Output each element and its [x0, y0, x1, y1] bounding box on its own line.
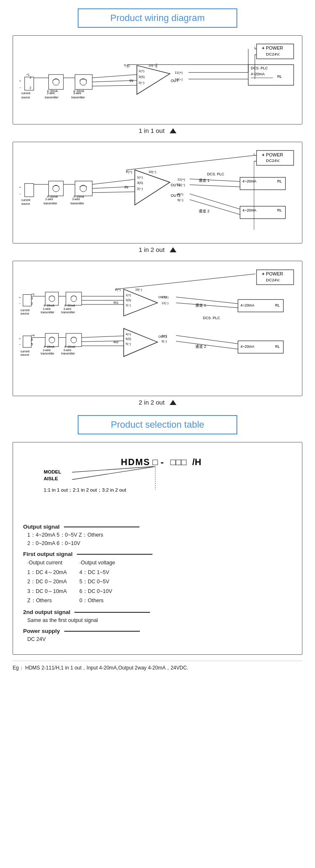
svg-text:4~20mA: 4~20mA [64, 304, 75, 307]
svg-text:+: + [19, 186, 21, 189]
svg-text:5(−): 5(−) [126, 342, 131, 346]
svg-text:−: − [19, 193, 21, 196]
svg-text:current: current [21, 92, 30, 95]
svg-line-145 [116, 274, 255, 289]
svg-text:3(S): 3(S) [126, 299, 131, 302]
diagram-2in2out: + POWER DC24V. DCS. PLC 通道 1 4~20mA RL 通… [13, 261, 302, 396]
svg-text:4~20mA: 4~20mA [251, 72, 265, 76]
svg-text:+: + [19, 338, 21, 341]
svg-rect-30 [25, 77, 34, 90]
svg-text:10(−): 10(−) [148, 170, 156, 174]
svg-line-84 [190, 200, 240, 214]
svg-text:1(+): 1(+) [137, 175, 143, 179]
svg-text:3: 3 [29, 76, 31, 79]
svg-point-183 [71, 337, 77, 343]
arrow-up-icon-3 [170, 400, 176, 405]
svg-text:-: - [160, 458, 163, 468]
svg-line-80 [190, 185, 240, 187]
svg-text:3(S): 3(S) [137, 181, 143, 185]
svg-text:POWER: POWER [266, 45, 283, 50]
svg-line-139 [176, 303, 238, 308]
svg-text:source: source [21, 202, 30, 205]
label-2in2out: 2 in 2 out [13, 399, 302, 406]
svg-text:transmitter: transmitter [41, 311, 55, 314]
svg-rect-89 [25, 183, 34, 196]
svg-rect-177 [45, 333, 58, 347]
svg-text:4~20mA: 4~20mA [240, 344, 254, 349]
svg-text:4~20mA: 4~20mA [74, 195, 84, 198]
svg-text:5: 5 [31, 343, 33, 346]
svg-point-160 [71, 296, 77, 302]
svg-line-86 [126, 156, 254, 170]
svg-text:DCS. PLC: DCS. PLC [207, 172, 224, 176]
svg-text:2-wire: 2-wire [43, 307, 51, 310]
svg-text:RL: RL [277, 208, 282, 212]
first-output-title: First output signal [23, 551, 292, 557]
svg-text:−: − [19, 86, 21, 89]
svg-text:12(−): 12(−) [175, 77, 183, 81]
svg-text:+1: +1 [26, 73, 30, 76]
svg-text:2: 2 [31, 302, 33, 305]
svg-text:2(−): 2(−) [126, 304, 131, 307]
first-output-left: ·Output current 1：DC 4～20mA 2：DC 0～20mA … [27, 558, 67, 606]
wiring-svg-1in2out: + POWER DC24V. DCS. PLC 通道 1 4~20mA RL 通… [17, 146, 298, 239]
second-output-section: 2nd output signal Same as the first outp… [23, 609, 292, 625]
svg-text:+: + [262, 271, 265, 276]
svg-line-83 [190, 194, 240, 209]
svg-text:+: + [19, 79, 21, 82]
svg-line-187 [81, 336, 123, 338]
svg-text:9(−): 9(−) [177, 198, 184, 202]
svg-text:7(+): 7(+) [123, 64, 130, 67]
svg-text:4~20mA: 4~20mA [44, 304, 55, 307]
svg-text:11(+): 11(+) [177, 177, 185, 181]
svg-line-106 [92, 192, 135, 193]
svg-text:transmitter: transmitter [61, 352, 75, 355]
svg-text:transmitter: transmitter [45, 96, 59, 99]
svg-rect-169 [23, 336, 32, 348]
svg-text:+: + [19, 296, 21, 299]
svg-text:3: 3 [31, 297, 33, 300]
svg-text:IN1: IN1 [113, 301, 118, 304]
svg-rect-43 [75, 74, 92, 89]
svg-text:transmitter: transmitter [41, 352, 55, 355]
svg-marker-122 [123, 289, 158, 316]
svg-point-178 [49, 337, 55, 343]
svg-text:+4: +4 [31, 334, 34, 337]
svg-text:3(S): 3(S) [139, 75, 145, 79]
svg-text:3-wire: 3-wire [63, 349, 71, 352]
svg-text:12(−): 12(−) [177, 183, 185, 187]
svg-rect-182 [66, 333, 81, 347]
power-supply-title: Power supply [23, 628, 292, 634]
svg-text:2(−): 2(−) [139, 81, 145, 85]
svg-line-200 [72, 466, 155, 479]
svg-text:10(−): 10(−) [135, 288, 142, 291]
svg-text:4~20mA: 4~20mA [64, 345, 75, 348]
svg-text:/H: /H [192, 458, 201, 468]
selection-title: Product selection table [78, 415, 237, 434]
svg-text:8(+): 8(+) [177, 192, 184, 196]
power-supply-value: DC 24V [27, 635, 292, 643]
arrow-up-icon-2 [170, 247, 176, 252]
svg-text:4~20mA: 4~20mA [74, 90, 84, 93]
svg-text:12(−): 12(−) [162, 302, 168, 305]
model-code-diagram: HDMS □ - □□□ /H MODEL AISLE 1:1 in 1 out… [32, 450, 275, 517]
svg-rect-94 [49, 181, 63, 196]
svg-text:9(−): 9(−) [162, 340, 167, 343]
svg-text:通道 2: 通道 2 [199, 209, 209, 213]
svg-text:2-wire: 2-wire [43, 349, 51, 352]
svg-text:7(+): 7(+) [126, 170, 132, 174]
svg-rect-38 [49, 74, 63, 89]
svg-line-48 [92, 74, 137, 78]
svg-text:DCS. PLC: DCS. PLC [251, 66, 268, 70]
svg-text:DCS. PLC: DCS. PLC [203, 316, 220, 320]
svg-rect-154 [45, 292, 58, 305]
first-output-right: ·Output voltage 4：DC 1~5V 5：DC 0~5V 6：DC… [79, 558, 115, 606]
svg-line-50 [92, 85, 137, 86]
svg-text:current: current [21, 309, 29, 312]
svg-text:4~20mA: 4~20mA [242, 179, 256, 183]
svg-rect-159 [66, 292, 81, 305]
second-output-note: Same as the first output signal [27, 616, 292, 625]
svg-text:POWER: POWER [266, 152, 283, 157]
svg-text:3-wire: 3-wire [63, 307, 71, 310]
svg-text:6: 6 [31, 338, 33, 341]
